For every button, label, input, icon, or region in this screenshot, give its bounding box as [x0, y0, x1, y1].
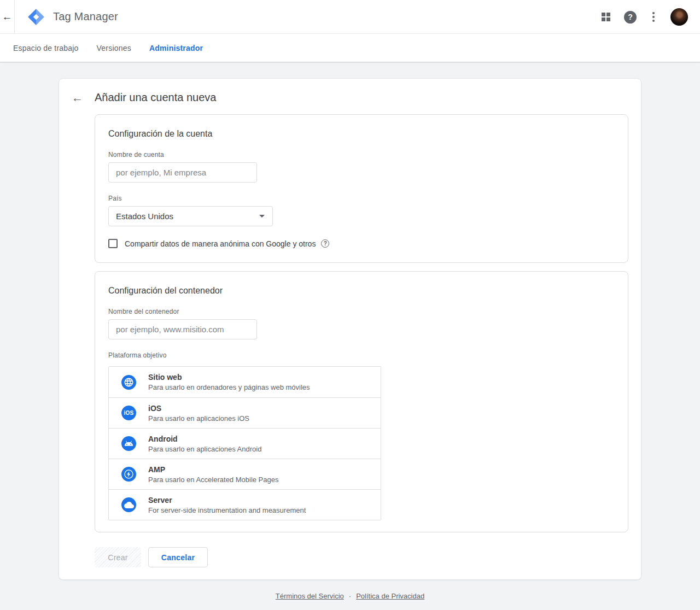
- account-name-input[interactable]: [108, 162, 257, 183]
- chevron-down-icon: [259, 215, 265, 218]
- card-header: ← Añadir una cuenta nueva: [59, 79, 641, 114]
- container-name-label: Nombre del contenedor: [108, 308, 615, 315]
- platform-name: Android: [148, 435, 261, 443]
- browser-back-icon[interactable]: ←: [0, 0, 15, 33]
- target-platform-list: Sitio web Para usarlo en ordenadores y p…: [108, 366, 381, 520]
- platform-description: Para usarlo en ordenadores y páginas web…: [148, 383, 310, 391]
- platform-description: Para usarlo en aplicaciones Android: [148, 445, 261, 453]
- account-section-title: Configuración de la cuenta: [108, 129, 615, 139]
- tab-espacio-de-trabajo[interactable]: Espacio de trabajo: [13, 44, 79, 52]
- tag-manager-logo[interactable]: Tag Manager: [27, 8, 118, 26]
- country-label: País: [108, 195, 615, 202]
- page-background: ← Añadir una cuenta nueva Configuración …: [0, 62, 700, 610]
- app-title: Tag Manager: [53, 10, 118, 23]
- apps-grid-icon[interactable]: [602, 13, 610, 21]
- footer: Términos del Servicio · Política de Priv…: [0, 592, 700, 600]
- platform-row-android[interactable]: Android Para usarlo en aplicaciones Andr…: [109, 428, 381, 459]
- tab-administrador[interactable]: Administrador: [149, 44, 203, 52]
- share-data-label: Compartir datos de manera anónima con Go…: [125, 239, 316, 248]
- platform-row-server[interactable]: Server For server-side instrumentation a…: [109, 489, 381, 520]
- platform-row-amp[interactable]: AMP Para usarlo en Accelerated Mobile Pa…: [109, 459, 381, 489]
- account-name-label: Nombre de cuenta: [108, 151, 615, 159]
- add-account-card: ← Añadir una cuenta nueva Configuración …: [59, 78, 641, 580]
- nav-tabs: Espacio de trabajo Versiones Administrad…: [0, 34, 700, 62]
- tab-versiones[interactable]: Versiones: [97, 44, 131, 52]
- appbar-actions: ?: [602, 0, 700, 34]
- amp-icon: [121, 467, 136, 482]
- platform-description: For server-side instrumentation and meas…: [148, 506, 306, 514]
- tag-manager-diamond-icon: [27, 8, 45, 26]
- app-bar: ← Tag Manager ?: [0, 0, 700, 34]
- platform-name: iOS: [148, 404, 249, 413]
- container-name-input[interactable]: [108, 319, 257, 339]
- container-section-title: Configuración del contenedor: [108, 286, 615, 296]
- container-settings-section: Configuración del contenedor Nombre del …: [95, 271, 628, 532]
- platform-row-ios[interactable]: iOS iOS Para usarlo en aplicaciones iOS: [109, 397, 381, 428]
- target-platform-label: Plataforma objetivo: [108, 351, 615, 359]
- android-icon: [121, 436, 136, 451]
- privacy-policy-link[interactable]: Política de Privacidad: [356, 592, 424, 600]
- country-select[interactable]: Estados Unidos: [108, 206, 273, 226]
- footer-separator: ·: [349, 592, 351, 600]
- terms-of-service-link[interactable]: Términos del Servicio: [276, 592, 344, 600]
- platform-name: Server: [148, 496, 306, 505]
- platform-name: Sitio web: [148, 373, 310, 382]
- ios-icon: iOS: [121, 406, 136, 420]
- overflow-menu-icon[interactable]: [650, 10, 657, 24]
- form-actions: Crear Cancelar: [95, 547, 641, 567]
- share-data-checkbox[interactable]: [108, 239, 118, 248]
- cancel-button[interactable]: Cancelar: [148, 547, 208, 567]
- platform-name: AMP: [148, 465, 278, 474]
- country-selected-value: Estados Unidos: [116, 212, 173, 221]
- account-settings-section: Configuración de la cuenta Nombre de cue…: [95, 114, 628, 263]
- share-data-help-icon[interactable]: ?: [321, 239, 329, 248]
- platform-description: Para usarlo en Accelerated Mobile Pages: [148, 476, 278, 484]
- create-button[interactable]: Crear: [95, 547, 141, 567]
- platform-row-web[interactable]: Sitio web Para usarlo en ordenadores y p…: [109, 367, 381, 397]
- platform-description: Para usarlo en aplicaciones iOS: [148, 414, 249, 423]
- server-cloud-icon: [121, 497, 136, 512]
- avatar[interactable]: [670, 8, 688, 26]
- back-arrow-icon[interactable]: ←: [72, 92, 84, 103]
- globe-icon: [121, 375, 136, 390]
- page-title: Añadir una cuenta nueva: [95, 91, 216, 104]
- help-icon[interactable]: ?: [624, 11, 637, 24]
- share-data-row: Compartir datos de manera anónima con Go…: [108, 239, 615, 248]
